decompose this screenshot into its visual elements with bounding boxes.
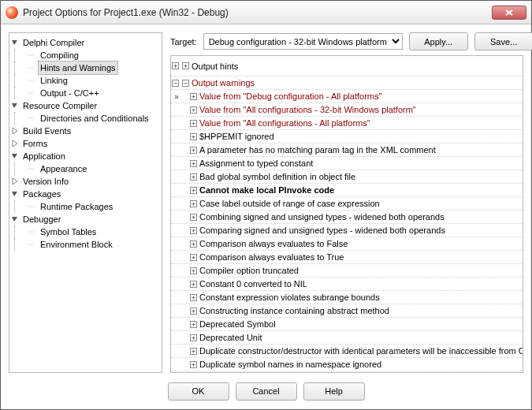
tree-item[interactable]: Environment Block [38,238,115,251]
option-name: Duplicate symbol names in namespace igno… [199,360,381,369]
save-button[interactable]: Save... [474,32,532,50]
expand-icon[interactable]: + [190,348,197,355]
option-name: Output warnings [192,78,255,88]
help-button[interactable]: Help [303,382,365,401]
tree-twisty[interactable] [28,228,36,236]
tree-item[interactable]: Hints and Warnings [38,61,118,75]
tree-item[interactable]: Build Events [20,125,73,137]
grid-row[interactable]: +Deprecated SymbolTrue [171,318,523,331]
grid-row[interactable]: +Duplicate symbol names in namespace ign… [171,358,523,371]
options-grid[interactable]: ++Output hintstrue−−Output warningsTrue»… [170,55,523,373]
expand-icon[interactable]: + [190,254,197,261]
tree-twisty[interactable] [28,51,36,59]
expand-icon[interactable]: + [190,267,197,274]
expand-icon[interactable]: + [190,361,197,368]
close-button[interactable] [492,6,526,20]
apply-button[interactable]: Apply... [409,32,468,50]
expand-icon[interactable]: + [190,294,197,301]
expand-icon[interactable]: + [190,281,197,288]
tree-twisty[interactable] [11,152,19,160]
expand-icon[interactable]: + [190,214,197,221]
tree-twisty[interactable] [11,39,19,47]
option-name: $HPPEMIT ignored [199,132,274,141]
expand-icon[interactable]: + [190,240,197,248]
option-name: Constant expression violates subrange bo… [199,293,380,302]
grid-row[interactable]: +Bad global symbol definition in object … [171,170,523,184]
grid-row[interactable]: +Duplicate constructor/destructor with i… [171,345,523,358]
tree-twisty[interactable] [28,89,36,97]
tree-item[interactable]: Packages [20,188,63,200]
option-name: Deprecated Symbol [199,319,276,329]
options-tree[interactable]: Delphi CompilerCompilingHints and Warnin… [9,32,162,373]
expand-icon[interactable]: + [190,93,197,100]
grid-row[interactable]: −−Output warningsTrue [171,76,523,90]
tree-item[interactable]: Runtime Packages [38,200,115,213]
grid-row[interactable]: +Constant 0 converted to NILTrue [171,278,523,291]
tree-twisty[interactable] [28,203,36,211]
tree-item[interactable]: Compiling [38,49,81,62]
grid-row[interactable]: +Assignment to typed constantTrue [171,157,523,170]
expand-icon[interactable]: + [190,160,197,167]
tree-twisty[interactable] [11,102,19,110]
grid-row[interactable]: +Case label outside of range of case exp… [171,197,523,211]
expand-icon[interactable]: + [190,308,197,315]
grid-row[interactable]: +Value from "All configurations - 32-bit… [171,103,523,117]
tree-twisty[interactable] [28,64,36,72]
tree-item[interactable]: Debugger [20,213,63,226]
option-name: Bad global symbol definition in object f… [199,172,355,181]
tree-item[interactable]: Application [20,150,68,162]
tree-item[interactable]: Linking [38,74,70,87]
expand-icon[interactable]: + [190,321,197,328]
grid-row[interactable]: +Value from "All configurations - All pl… [171,117,523,130]
tree-item[interactable]: Forms [20,137,50,150]
ok-button[interactable]: OK [168,382,229,401]
expand-icon[interactable]: + [182,62,189,69]
tree-item[interactable]: Output - C/C++ [38,87,102,99]
grid-row[interactable]: +Comparison always evaluates to TrueTrue [171,251,523,264]
expand-icon[interactable]: + [190,187,197,194]
grid-row[interactable]: +A parameter has no matching param tag i… [171,144,523,157]
option-name: Comparison always evaluates to True [199,252,344,262]
tree-twisty[interactable] [28,114,36,122]
tree-twisty[interactable] [11,190,19,198]
tree-twisty[interactable] [28,76,36,84]
target-select[interactable]: Debug configuration - 32-bit Windows pla… [203,33,403,50]
option-name: Assignment to typed constant [199,158,313,168]
grid-row[interactable]: »+Value from "Debug configuration - All … [171,90,523,103]
tree-item[interactable]: Delphi Compiler [20,36,87,49]
grid-row[interactable]: +Combining signed and unsigned types - w… [171,211,523,224]
tree-item[interactable]: Resource Compiler [20,99,99,112]
option-name: Constructing instance containing abstrac… [199,306,389,315]
grid-row[interactable]: +Constant expression violates subrange b… [171,291,523,304]
expand-icon[interactable]: + [190,334,197,341]
expand-icon[interactable]: + [190,133,197,140]
grid-row[interactable]: ++Output hintstrue [171,56,523,76]
row-gutter-icon: + [171,62,182,69]
cancel-button[interactable]: Cancel [236,382,297,401]
tree-item[interactable]: Appearance [38,162,89,175]
tree-twisty[interactable] [11,215,19,223]
grid-row[interactable]: +Compiler option truncatedTrue [171,264,523,278]
expand-icon[interactable]: − [182,80,189,87]
grid-row[interactable]: +Constructing instance containing abstra… [171,304,523,318]
option-name: Output hints [192,62,238,71]
tree-item[interactable]: Symbol Tables [38,226,99,238]
grid-row[interactable]: +Comparison always evaluates to FalseTru… [171,237,523,251]
tree-item[interactable]: Directories and Conditionals [38,112,151,125]
tree-twisty[interactable] [11,127,19,135]
expand-icon[interactable]: + [190,106,197,114]
grid-row[interactable]: +Cannot make local PInvoke codeFalse [171,184,523,197]
tree-twisty[interactable] [28,165,36,173]
expand-icon[interactable]: + [190,173,197,181]
expand-icon[interactable]: + [190,147,197,154]
grid-row[interactable]: +$HPPEMIT ignoredTrue [171,130,523,144]
tree-twisty[interactable] [28,240,36,248]
grid-row[interactable]: +Comparing signed and unsigned types - w… [171,224,523,237]
expand-icon[interactable]: + [190,120,197,127]
expand-icon[interactable]: + [190,227,197,234]
grid-row[interactable]: +Deprecated UnitTrue [171,331,523,345]
tree-item[interactable]: Version Info [20,175,71,188]
tree-twisty[interactable] [11,140,19,147]
tree-twisty[interactable] [11,177,19,185]
expand-icon[interactable]: + [190,200,197,207]
